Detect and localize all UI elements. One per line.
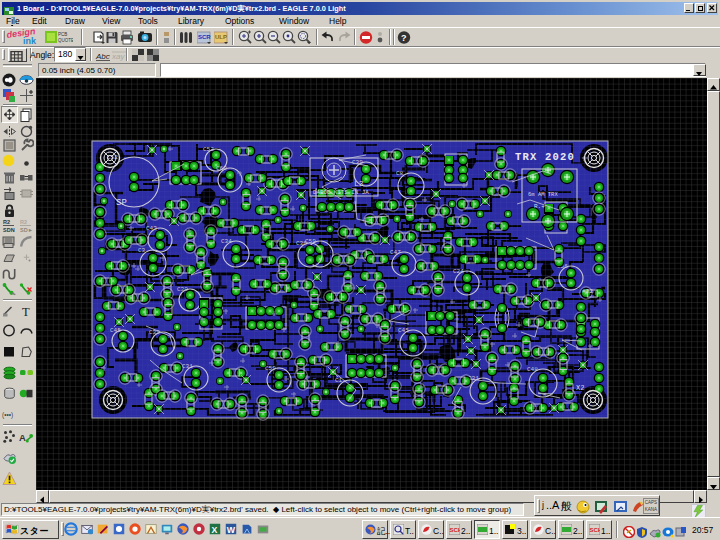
svg-text:6m AM TRX: 6m AM TRX [528,191,558,198]
svg-text:SD►: SD► [20,227,33,233]
svg-text:SCH: SCH [450,527,461,533]
svg-text:R2: R2 [3,219,10,225]
svg-text:C3: C3 [138,247,146,254]
svg-text:C43: C43 [146,225,157,232]
svg-text:C31: C31 [182,363,193,370]
svg-text:C45: C45 [110,327,121,334]
svg-text:L3: L3 [354,179,364,188]
svg-text:SDN: SDN [3,227,15,233]
svg-text:R.+: R.+ [534,203,545,210]
svg-text:C60: C60 [216,165,227,172]
svg-text:xay: xay [111,52,125,61]
svg-text:?: ? [401,33,407,43]
svg-text:QUOTE: QUOTE [58,38,73,43]
svg-text:DABOO KITS IN JA: DABOO KITS IN JA [313,189,369,196]
svg-text:Abc: Abc [95,52,110,61]
svg-text:C36: C36 [296,240,307,247]
svg-text:X: X [212,525,218,535]
svg-text:C8: C8 [396,170,404,177]
svg-text:C45: C45 [398,327,409,334]
svg-text:TRX 2020: TRX 2020 [515,151,575,163]
svg-text:T: T [22,305,30,319]
svg-text:PCB: PCB [58,32,67,37]
svg-text:A: A [19,432,26,443]
svg-text:W: W [227,525,236,535]
svg-text:ULP: ULP [215,34,227,40]
svg-text:C47: C47 [390,249,401,256]
svg-text:#02: #02 [582,288,593,295]
svg-text:C39: C39 [149,329,160,336]
svg-text:(•••): (•••) [2,411,13,419]
svg-text:C52: C52 [203,146,214,153]
svg-text:C34: C34 [221,238,232,245]
svg-text:SCH: SCH [590,527,601,533]
svg-text:SP: SP [116,198,127,208]
svg-text:ink: ink [23,36,37,46]
svg-text:C30: C30 [177,286,188,293]
svg-text:C59: C59 [265,365,276,372]
svg-text:R2: R2 [20,219,27,225]
svg-text:X2: X2 [576,384,584,392]
svg-text:C24: C24 [453,268,464,275]
svg-text:C48: C48 [527,366,538,373]
svg-text:SCR: SCR [198,34,211,40]
